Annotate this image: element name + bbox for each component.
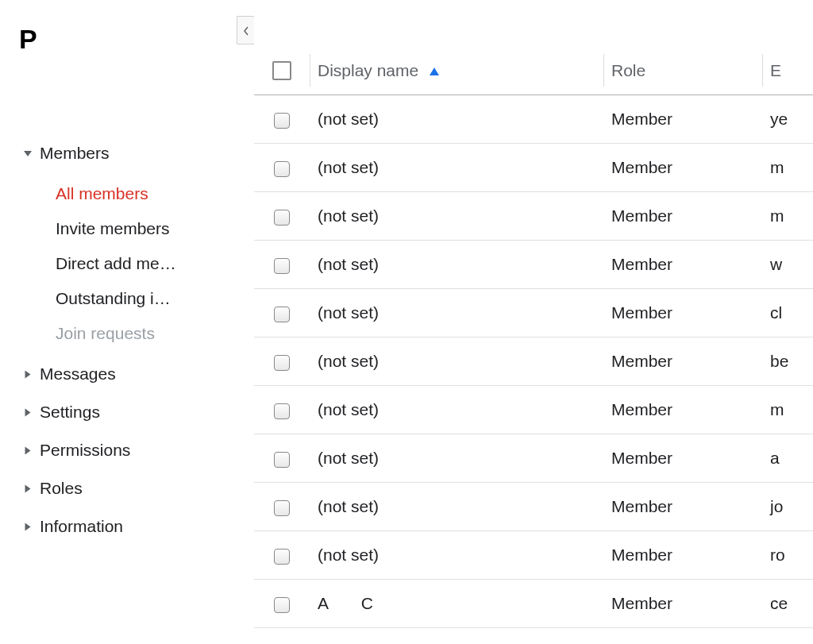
cell-extra: ce: [762, 580, 813, 628]
table-row[interactable]: (not set) Member m: [254, 144, 813, 192]
cell-display-name: (not set): [310, 192, 603, 241]
sidebar-nav: Members All members Invite members Direc…: [0, 134, 254, 546]
table-row[interactable]: (not set) Member jo: [254, 483, 813, 531]
column-header-display-name[interactable]: Display name: [310, 46, 603, 95]
cell-role: Member: [603, 241, 762, 289]
table-row[interactable]: (not set) Member ye: [254, 95, 813, 144]
nav-section-permissions[interactable]: Permissions: [0, 431, 254, 469]
table-header-row: Display name Role E: [254, 46, 813, 95]
triangle-right-icon: [25, 523, 31, 530]
triangle-down-icon: [24, 151, 32, 156]
row-checkbox[interactable]: [274, 258, 290, 274]
nav-section-settings[interactable]: Settings: [0, 393, 254, 431]
nav-section-label: Permissions: [40, 441, 130, 460]
row-checkbox[interactable]: [274, 403, 290, 419]
cell-role: Member: [603, 95, 762, 144]
triangle-right-icon: [25, 484, 31, 492]
cell-display-name: (not set): [310, 95, 603, 144]
svg-marker-0: [430, 67, 439, 75]
column-header-select: [254, 46, 310, 95]
nav-item-all-members[interactable]: All members: [0, 176, 206, 211]
nav-sub-members: All members Invite members Direct add me…: [0, 172, 254, 355]
table-row[interactable]: (not set) Member be: [254, 337, 813, 386]
row-checkbox[interactable]: [274, 161, 290, 177]
table-row[interactable]: (not set) Member m: [254, 192, 813, 241]
nav-item-invite-members[interactable]: Invite members: [0, 211, 206, 246]
cell-extra: be: [762, 337, 813, 386]
nav-section-members[interactable]: Members: [0, 134, 254, 172]
cell-display-name: (not set): [310, 241, 603, 289]
row-checkbox[interactable]: [274, 452, 290, 468]
chevron-left-icon: [243, 21, 249, 40]
column-header-extra[interactable]: E: [762, 46, 813, 95]
cell-display-name: A C: [310, 580, 603, 628]
main-content: Display name Role E (not se: [254, 0, 813, 644]
nav-section-label: Roles: [40, 479, 83, 498]
cell-role: Member: [603, 289, 762, 337]
collapse-sidebar-button[interactable]: [237, 16, 254, 44]
table-row[interactable]: (not set) Member m: [254, 386, 813, 434]
nav-section-messages[interactable]: Messages: [0, 355, 254, 393]
row-checkbox[interactable]: [274, 355, 290, 371]
cell-extra: jo: [762, 483, 813, 531]
row-checkbox[interactable]: [274, 307, 290, 322]
cell-role: Member: [603, 386, 762, 434]
nav-item-join-requests: Join requests: [0, 316, 206, 351]
cell-extra: m: [762, 386, 813, 434]
nav-section-label: Settings: [40, 403, 100, 422]
table-row[interactable]: (not set) Member cl: [254, 289, 813, 337]
cell-extra: cl: [762, 289, 813, 337]
row-checkbox[interactable]: [274, 210, 290, 226]
cell-display-name: (not set): [310, 144, 603, 192]
cell-role: Member: [603, 434, 762, 483]
nav-section-label: Information: [40, 517, 123, 536]
cell-role: Member: [603, 192, 762, 241]
table-row[interactable]: (not set) Member ro: [254, 531, 813, 580]
cell-display-name: (not set): [310, 386, 603, 434]
table-row[interactable]: (not set) Member a: [254, 434, 813, 483]
cell-extra: ye: [762, 95, 813, 144]
triangle-right-icon: [25, 446, 31, 454]
cell-extra: m: [762, 144, 813, 192]
row-checkbox[interactable]: [274, 597, 290, 613]
cell-display-name: (not set): [310, 531, 603, 580]
cell-display-name: (not set): [310, 289, 603, 337]
page-title: P: [0, 16, 254, 55]
nav-section-label: Members: [40, 144, 110, 163]
cell-display-name: (not set): [310, 337, 603, 386]
nav-item-direct-add[interactable]: Direct add me…: [0, 246, 206, 281]
sort-asc-icon: [430, 61, 439, 80]
app-root: P Members All members Invite members Dir…: [0, 0, 813, 644]
cell-extra: m: [762, 192, 813, 241]
cell-display-name: (not set): [310, 434, 603, 483]
triangle-right-icon: [25, 370, 31, 378]
cell-role: Member: [603, 337, 762, 386]
nav-section-information[interactable]: Information: [0, 507, 254, 546]
row-checkbox[interactable]: [274, 549, 290, 565]
members-table: Display name Role E (not se: [254, 46, 813, 628]
sidebar: P Members All members Invite members Dir…: [0, 0, 254, 644]
cell-extra: a: [762, 434, 813, 483]
cell-display-name: (not set): [310, 483, 603, 531]
cell-role: Member: [603, 580, 762, 628]
cell-role: Member: [603, 531, 762, 580]
column-header-role[interactable]: Role: [603, 46, 762, 95]
column-label: Role: [611, 61, 645, 79]
nav-item-outstanding[interactable]: Outstanding i…: [0, 281, 206, 316]
table-row[interactable]: (not set) Member w: [254, 241, 813, 289]
column-label: E: [770, 61, 781, 79]
column-label: Display name: [318, 61, 418, 79]
row-checkbox[interactable]: [274, 113, 290, 129]
cell-role: Member: [603, 144, 762, 192]
cell-extra: ro: [762, 531, 813, 580]
select-all-checkbox[interactable]: [272, 61, 291, 80]
nav-section-roles[interactable]: Roles: [0, 469, 254, 507]
table-row[interactable]: A C Member ce: [254, 580, 813, 628]
triangle-right-icon: [25, 408, 31, 416]
row-checkbox[interactable]: [274, 500, 290, 516]
cell-role: Member: [603, 483, 762, 531]
cell-extra: w: [762, 241, 813, 289]
table-body: (not set) Member ye (not set) Member m (…: [254, 95, 813, 628]
nav-section-label: Messages: [40, 364, 116, 384]
